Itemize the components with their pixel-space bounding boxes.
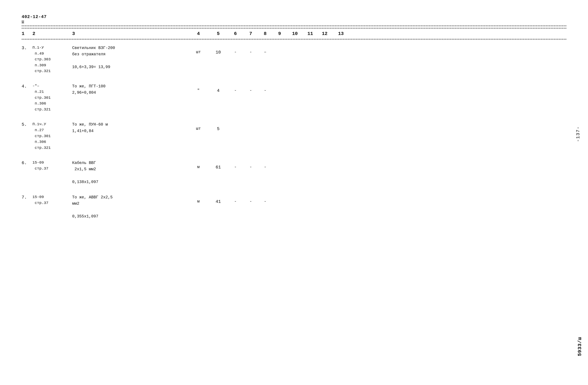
table-body: 3. П.1-У п.49 стр.303 п.309 стр.321 Свет…: [22, 45, 566, 220]
row-desc: То же, АВВГ 2х2,5 мм2 0,355х1,097: [72, 194, 188, 220]
row-col11: [303, 45, 317, 50]
col-header-4: 4: [188, 31, 209, 36]
row-col8: –: [258, 45, 272, 54]
row-col7: -: [244, 83, 258, 93]
row-number: 3.: [22, 45, 32, 50]
row-qty: 41: [209, 194, 227, 204]
row-col11: [303, 83, 317, 88]
row-ref: -"– п.21 стр.301 п.306 стр.321: [32, 83, 72, 113]
row-unit: шт: [188, 121, 209, 131]
row-number: 7.: [22, 194, 32, 200]
row-unit: шт: [188, 45, 209, 54]
row-desc: Светильник ВЗГ-200 без отражателя 10,6+3…: [72, 45, 188, 70]
table-row: 5. П.1ч.У п.27 стр.301 п.306 стр.321 То …: [22, 121, 566, 151]
row-desc: Кабель ВВГ 2х1,5 мм2 0,138х1,097: [72, 160, 188, 185]
col-header-6: 6: [227, 31, 244, 36]
col-header-2: 2: [32, 31, 72, 36]
row-ref: 15-09 стр.37: [32, 194, 72, 206]
top-dashed-line: [22, 26, 566, 26]
row-qty: 4: [209, 83, 227, 93]
row-ref: П.1-У п.49 стр.303 п.309 стр.321: [32, 45, 72, 74]
table-row: 6. 15-09 стр.37 Кабель ВВГ 2х1,5 мм2 0,1…: [22, 160, 566, 185]
row-col13: [332, 160, 350, 165]
col-header-5: 5: [209, 31, 227, 36]
row-desc: То же, ПУН-60 м 1,41+0,84: [72, 121, 188, 134]
row-number: 4.: [22, 83, 32, 89]
row-col8: -: [258, 83, 272, 93]
row-col10: [287, 121, 303, 126]
row-col12: [317, 83, 332, 88]
row-col8: -: [258, 160, 272, 169]
page-header: 402-12-47 ш: [22, 14, 566, 24]
row-col6: -: [227, 160, 244, 169]
col-header-8: 8: [258, 31, 272, 36]
row-col8: [258, 121, 272, 126]
row-col13: [332, 194, 350, 199]
row-col11: [303, 121, 317, 126]
row-unit: ": [188, 83, 209, 93]
row-col12: [317, 121, 332, 126]
row-col10: [287, 83, 303, 88]
row-col9: [272, 160, 287, 165]
row-col9: [272, 121, 287, 126]
row-col9: [272, 83, 287, 88]
row-col10: [287, 160, 303, 165]
column-headers: 1 2 3 4 5 6 7 8 9 10 11 12 13: [22, 28, 566, 39]
underline-char: ш: [22, 19, 566, 24]
row-qty: 10: [209, 45, 227, 55]
row-unit: м: [188, 160, 209, 169]
col-header-9: 9: [272, 31, 287, 36]
col-header-7: 7: [244, 31, 258, 36]
row-qty: 5: [209, 121, 227, 131]
row-number: 6.: [22, 160, 32, 165]
col-header-1: 1: [22, 31, 32, 36]
table-row: 3. П.1-У п.49 стр.303 п.309 стр.321 Свет…: [22, 45, 566, 74]
side-label-top: -137-: [575, 126, 581, 142]
row-col11: [303, 160, 317, 165]
row-col7: -: [244, 45, 258, 54]
row-col12: [317, 160, 332, 165]
row-col6: -: [227, 194, 244, 204]
row-col7: -: [244, 194, 258, 204]
row-col12: [317, 45, 332, 50]
row-unit: м: [188, 194, 209, 204]
row-col10: [287, 194, 303, 199]
row-col13: [332, 121, 350, 126]
row-col13: [332, 83, 350, 88]
table-row: 7. 15-09 стр.37 То же, АВВГ 2х2,5 мм2 0,…: [22, 194, 566, 220]
col-header-12: 12: [317, 31, 332, 36]
row-col6: -: [227, 83, 244, 93]
row-col8: -: [258, 194, 272, 204]
row-ref: 15-09 стр.37: [32, 160, 72, 172]
doc-number: 402-12-47: [22, 14, 566, 19]
col-header-10: 10: [287, 31, 303, 36]
row-col9: [272, 45, 287, 50]
row-desc: То же, ПГТ-100 2,96+0,804: [72, 83, 188, 96]
row-col13: [332, 45, 350, 50]
table-row: 4. -"– п.21 стр.301 п.306 стр.321 То же,…: [22, 83, 566, 113]
row-col6: -: [227, 45, 244, 54]
row-number: 5.: [22, 121, 32, 127]
row-col11: [303, 194, 317, 199]
row-col12: [317, 194, 332, 199]
row-col10: [287, 45, 303, 50]
col-header-13: 13: [332, 31, 350, 36]
row-col9: [272, 194, 287, 199]
col-header-11: 11: [303, 31, 317, 36]
row-ref: П.1ч.У п.27 стр.301 п.306 стр.321: [32, 121, 72, 151]
row-col6: [227, 121, 244, 126]
row-qty: 61: [209, 160, 227, 170]
col-header-3: 3: [72, 31, 188, 36]
side-label-bottom: 5933/ш: [577, 337, 583, 356]
row-col7: [244, 121, 258, 126]
row-col7: -: [244, 160, 258, 169]
